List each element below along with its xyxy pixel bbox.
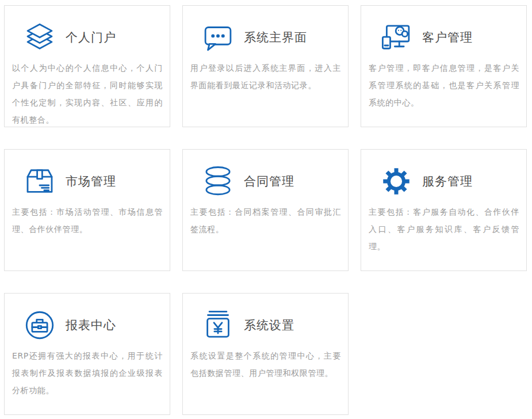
feature-card: 个人门户 以个人为中心的个人信息中心，个人门户具备门户的全部特征，同时能够实现个…: [4, 5, 170, 127]
feature-card-description: 以个人为中心的个人信息中心，个人门户具备门户的全部特征，同时能够实现个性化定制，…: [5, 59, 170, 128]
feature-card-header: 客户管理: [361, 6, 526, 55]
feature-card-description: 用户登录以后进入系统主界面，进入主界面能看到最近记录和活动记录。: [183, 59, 348, 94]
feature-card-header: 报表中心: [5, 294, 170, 342]
feature-card-header: 市场管理: [5, 150, 170, 199]
feature-card-title: 服务管理: [422, 173, 473, 189]
layers-icon: [22, 21, 58, 54]
feature-card-header: 服务管理: [361, 150, 526, 199]
feature-card-header: 系统主界面: [183, 6, 348, 55]
chat-bubble-icon: [200, 21, 236, 54]
feature-card-title: 系统主界面: [244, 29, 307, 45]
feature-card-title: 系统设置: [244, 317, 294, 333]
feature-card: 系统主界面 用户登录以后进入系统主界面，进入主界面能看到最近记录和活动记录。: [182, 5, 349, 127]
feature-card-description: 系统设置是整个系统的管理中心，主要包括数据管理、用户管理和权限管理。: [183, 347, 348, 382]
feature-card-description: 主要包括：客户服务自动化、合作伙伴入口、客户服务知识库、客户反馈管理。: [361, 203, 526, 255]
feature-card: 报表中心 ERP还拥有强大的报表中心，用于统计报表制作及报表数据填报的企业级报表…: [4, 293, 170, 415]
feature-card-description: 主要包括：市场活动管理、市场信息管理、合作伙伴管理。: [5, 203, 170, 238]
feature-card-title: 合同管理: [244, 173, 294, 189]
feature-card-title: 客户管理: [422, 29, 473, 45]
features-page: 个人门户 以个人为中心的个人信息中心，个人门户具备门户的全部特征，同时能够实现个…: [0, 0, 532, 419]
feature-card-description: ERP还拥有强大的报表中心，用于统计报表制作及报表数据填报的企业级报表分析功能。: [5, 347, 170, 399]
devices-chat-icon: [378, 21, 414, 54]
feature-card-header: 系统设置: [183, 294, 348, 342]
feature-card: 客户管理 客户管理，即客户信息管理，是客户关系管理系统的基础，也是客户关系管理系…: [361, 5, 527, 127]
feature-card-header: 个人门户: [5, 6, 170, 55]
briefcase-circle-icon: [22, 308, 58, 342]
feature-card: 市场管理 主要包括：市场活动管理、市场信息管理、合作伙伴管理。: [4, 149, 170, 271]
gear-icon: [378, 165, 414, 198]
feature-card: 服务管理 主要包括：客户服务自动化、合作伙伴入口、客户服务知识库、客户反馈管理。: [361, 149, 527, 271]
feature-card-description: 客户管理，即客户信息管理，是客户关系管理系统的基础，也是客户关系管理系统的中心。: [361, 59, 526, 111]
feature-cards-grid: 个人门户 以个人为中心的个人信息中心，个人门户具备门户的全部特征，同时能够实现个…: [4, 5, 527, 415]
feature-card-title: 个人门户: [66, 29, 116, 45]
feature-card-description: 主要包括：合同档案管理、合同审批汇签流程。: [183, 203, 348, 238]
feature-card-header: 合同管理: [183, 150, 348, 199]
feature-card: 合同管理 主要包括：合同档案管理、合同审批汇签流程。: [182, 149, 349, 271]
feature-card-title: 报表中心: [66, 317, 116, 333]
package-box-icon: [22, 165, 58, 198]
database-icon: [200, 165, 236, 198]
money-note-icon: [200, 308, 236, 342]
feature-card-title: 市场管理: [66, 173, 116, 189]
feature-card: 系统设置 系统设置是整个系统的管理中心，主要包括数据管理、用户管理和权限管理。: [182, 293, 349, 415]
